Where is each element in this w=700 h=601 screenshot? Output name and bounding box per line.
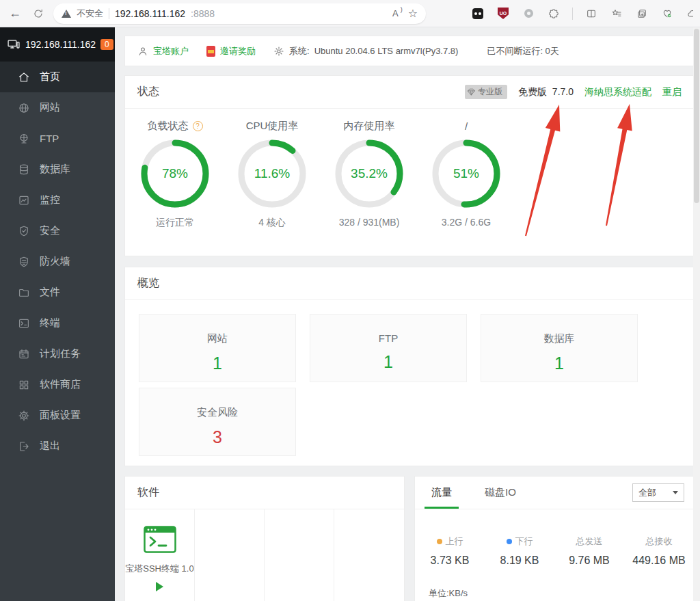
sidebar-item-label: 防火墙 — [40, 255, 70, 268]
database-count[interactable]: 1 — [481, 353, 637, 373]
sidebar-item-security[interactable]: 安全 — [0, 215, 115, 246]
gauge-label: / — [465, 120, 468, 132]
app-ssh-terminal[interactable]: 宝塔SSH终端 1.0 — [125, 509, 195, 601]
app-name: 宝塔SSH终端 1.0 — [125, 563, 193, 575]
collections-icon[interactable] — [635, 7, 649, 21]
stat-upstream: 上行 3.73 KB — [415, 535, 485, 567]
security-risk-count[interactable]: 3 — [139, 427, 295, 447]
sidebar-item-label: 监控 — [40, 193, 60, 206]
loading-ring-icon[interactable] — [522, 7, 535, 21]
gear-icon — [18, 410, 30, 422]
gauge-load: 负载状态 ? 78% 运行正常 — [126, 118, 224, 229]
invite-reward-link[interactable]: 邀请奖励 — [206, 45, 256, 57]
sidebar-server-header[interactable]: 192.168.111.162 0 — [0, 27, 115, 62]
gauge-sub-label: 运行正常 — [156, 217, 194, 229]
overview-card-ftp[interactable]: FTP 1 — [310, 314, 467, 382]
diamond-icon — [467, 88, 476, 96]
grid-icon — [18, 379, 30, 391]
stat-total-sent: 总发送 9.76 MB — [554, 535, 624, 567]
chevron-down-icon — [673, 491, 678, 494]
gauges-row: 负载状态 ? 78% 运行正常 CPU使用率 11.6% 4 核心 — [125, 109, 694, 229]
sidebar-item-panel-settings[interactable]: 面板设置 — [0, 400, 115, 431]
page-scrollbar[interactable] — [693, 27, 700, 601]
sidebar-item-database[interactable]: 数据库 — [0, 154, 115, 185]
ftp-count[interactable]: 1 — [310, 352, 466, 372]
sidebar-item-label: 网站 — [40, 101, 60, 114]
gauge-percent: 78% — [139, 137, 211, 210]
browser-toolbar: ← 不安全 192.168.111.162 :8888 A ☆ UO — [0, 0, 700, 27]
hinas-adapt-link[interactable]: 海纳思系统适配 — [584, 86, 651, 98]
overview-card-website[interactable]: 网站 1 — [139, 314, 296, 382]
stat-downstream: 下行 8.19 KB — [485, 535, 554, 567]
version-label: 免费版 — [518, 86, 547, 97]
sidebar-item-label: 退出 — [40, 440, 60, 453]
pro-version-badge[interactable]: 专业版 — [465, 85, 507, 99]
system-gear-icon — [273, 46, 284, 57]
not-secure-label: 不安全 — [77, 8, 103, 20]
sidebar-item-firewall[interactable]: 防火墙 — [0, 246, 115, 277]
cloud-icon[interactable] — [686, 7, 693, 21]
extensions-puzzle-icon[interactable] — [547, 7, 561, 21]
sidebar-item-website[interactable]: 网站 — [0, 92, 115, 123]
red-packet-icon — [206, 46, 215, 57]
sidebar-item-logout[interactable]: 退出 — [0, 431, 115, 462]
gauge-sub-label: 328 / 931(MB) — [339, 217, 400, 228]
browser-essentials-icon[interactable] — [660, 7, 674, 21]
tab-traffic[interactable]: 流量 — [425, 486, 459, 509]
sidebar-item-label: 首页 — [40, 70, 60, 83]
gauge-label: CPU使用率 — [246, 120, 299, 133]
sidebar-item-label: 软件商店 — [40, 378, 81, 391]
sidebar-item-monitor[interactable]: 监控 — [0, 185, 115, 215]
sidebar-item-cron[interactable]: 计划任务 — [0, 338, 115, 369]
favorites-bar-icon[interactable] — [610, 7, 623, 21]
sidebar-item-ftp[interactable]: FTP — [0, 123, 115, 154]
sidebar-item-label: 计划任务 — [40, 347, 81, 360]
ublock-extension-icon[interactable]: UO — [496, 7, 510, 21]
favorite-star-icon[interactable]: ☆ — [408, 7, 418, 20]
traffic-stats: 上行 3.73 KB 下行 8.19 KB 总发送 9.76 MB 总接收 44… — [415, 509, 694, 567]
gauge-memory: 内存使用率 35.2% 328 / 931(MB) — [321, 118, 418, 229]
message-count-badge[interactable]: 0 — [100, 39, 113, 50]
sidebar-item-home[interactable]: 首页 — [0, 62, 115, 92]
globe-icon — [18, 102, 30, 114]
status-title: 状态 — [137, 85, 159, 99]
overview-card-database[interactable]: 数据库 1 — [481, 314, 638, 382]
toolbar-divider — [572, 8, 573, 20]
system-value: Ubuntu 20.04.6 LTS armv7l(Py3.7.8) — [314, 46, 459, 56]
account-bar: 宝塔账户 邀请奖励 系统: Ubuntu 20.04.6 LTS armv7l(… — [124, 36, 695, 66]
gauge-sub-label: 3.2G / 6.6G — [442, 217, 491, 228]
restart-link[interactable]: 重启 — [662, 86, 682, 98]
sidebar-item-files[interactable]: 文件 — [0, 277, 115, 308]
gauge-percent: 35.2% — [333, 137, 405, 210]
scrollbar-thumb[interactable] — [694, 29, 699, 203]
sidebar-item-label: 文件 — [40, 286, 60, 299]
tab-disk-io[interactable]: 磁盘IO — [478, 486, 523, 509]
website-count[interactable]: 1 — [139, 353, 295, 373]
traffic-filter-select[interactable]: 全部 — [632, 483, 684, 502]
split-screen-icon[interactable] — [584, 7, 598, 21]
address-bar[interactable]: 不安全 192.168.111.162 :8888 A ☆ — [53, 3, 426, 24]
person-icon — [137, 46, 148, 57]
read-aloud-icon[interactable]: A — [392, 8, 403, 18]
version-number: 7.7.0 — [552, 86, 574, 97]
terminal-icon — [18, 317, 30, 330]
gauge-percent: 51% — [430, 137, 502, 210]
start-app-button[interactable] — [156, 582, 163, 591]
sidebar-item-app-store[interactable]: 软件商店 — [0, 369, 115, 400]
sidebar-item-terminal[interactable]: 终端 — [0, 308, 115, 338]
sidebar-item-label: FTP — [40, 133, 59, 144]
software-card: 软件 宝塔SSH终端 1.0 — [124, 476, 405, 601]
back-icon[interactable]: ← — [7, 6, 23, 21]
gauge-cpu: CPU使用率 11.6% 4 核心 — [224, 118, 321, 229]
gauge-label: 内存使用率 — [344, 120, 395, 133]
bt-account-link[interactable]: 宝塔账户 — [137, 45, 189, 57]
url-port: :8888 — [191, 8, 215, 19]
downstream-dot-icon — [507, 539, 512, 544]
system-info: 系统: Ubuntu 20.04.6 LTS armv7l(Py3.7.8) — [273, 45, 458, 57]
server-monitor-icon — [7, 38, 21, 51]
dark-reader-extension-icon[interactable] — [471, 7, 485, 21]
refresh-icon[interactable] — [31, 7, 45, 21]
help-icon[interactable]: ? — [193, 121, 203, 131]
not-secure-warning-icon — [62, 10, 71, 18]
overview-card-security-risk[interactable]: 安全风险 3 — [139, 388, 296, 456]
